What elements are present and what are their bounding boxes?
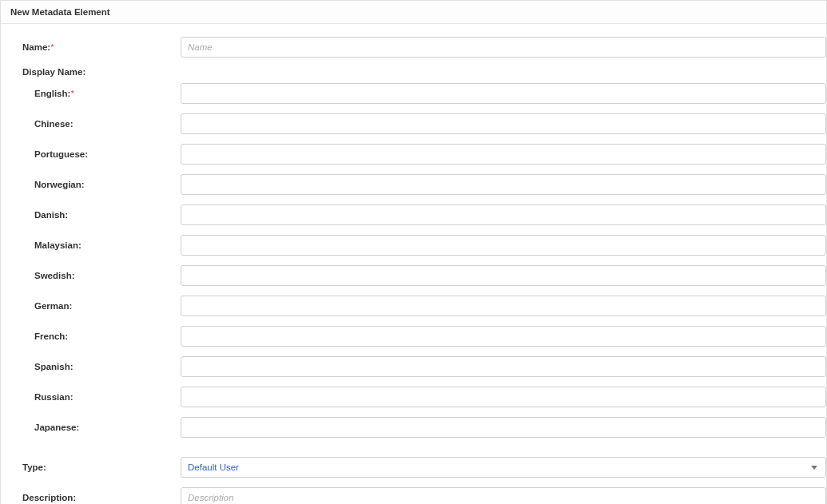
label-description: Description: (1, 493, 181, 502)
label-japanese: Japanese: (1, 423, 181, 432)
label-spanish: Spanish: (1, 362, 181, 371)
required-mark: * (50, 42, 54, 52)
label-german: German: (1, 301, 181, 311)
label-malaysian: Malaysian: (1, 240, 181, 250)
label-swedish: Swedish: (1, 271, 181, 280)
russian-input[interactable] (181, 387, 826, 407)
spanish-input[interactable] (181, 356, 826, 377)
row-russian: Russian: (1, 382, 826, 412)
row-chinese: Chinese: (1, 109, 826, 139)
row-malaysian: Malaysian: (1, 230, 826, 260)
row-danish: Danish: (1, 200, 826, 230)
row-french: French: (1, 321, 826, 351)
row-german: German: (1, 291, 826, 321)
label-norwegian: Norwegian: (1, 180, 181, 189)
label-danish: Danish: (1, 210, 181, 220)
label-portuguese: Portuguese: (1, 149, 181, 159)
label-chinese: Chinese: (1, 119, 181, 129)
metadata-form-panel: New Metadata Element Name:* Display Name… (0, 0, 827, 504)
norwegian-input[interactable] (181, 174, 826, 195)
danish-input[interactable] (181, 204, 826, 225)
type-selected-text: Default User (188, 462, 239, 472)
label-french: French: (1, 331, 181, 341)
label-english-text: English: (34, 89, 70, 98)
row-type: Type: Default User (1, 452, 826, 482)
chevron-down-icon (811, 466, 817, 470)
row-display-name-heading: Display Name: (1, 62, 826, 78)
label-name: Name:* (1, 42, 181, 52)
label-english: English:* (1, 89, 181, 98)
japanese-input[interactable] (181, 417, 826, 438)
row-portuguese: Portuguese: (1, 139, 826, 169)
panel-body: Name:* Display Name: English:* Chinese: … (1, 24, 826, 504)
label-type: Type: (1, 462, 181, 472)
row-swedish: Swedish: (1, 260, 826, 291)
description-input[interactable] (181, 487, 826, 504)
french-input[interactable] (181, 326, 826, 347)
german-input[interactable] (181, 296, 826, 316)
label-name-text: Name: (22, 42, 50, 52)
english-input[interactable] (181, 83, 826, 104)
chinese-input[interactable] (181, 113, 826, 134)
name-input[interactable] (181, 37, 826, 58)
row-norwegian: Norwegian: (1, 169, 826, 200)
row-description: Description: (1, 482, 826, 504)
row-english: English:* (1, 78, 826, 109)
row-japanese: Japanese: (1, 412, 826, 442)
required-mark-english: * (70, 89, 74, 98)
panel-title: New Metadata Element (1, 1, 826, 24)
type-select[interactable]: Default User (181, 457, 826, 478)
label-display-name: Display Name: (1, 67, 181, 77)
row-name: Name:* (1, 32, 826, 62)
portuguese-input[interactable] (181, 144, 826, 165)
malaysian-input[interactable] (181, 235, 826, 256)
row-spanish: Spanish: (1, 351, 826, 382)
label-russian: Russian: (1, 392, 181, 402)
swedish-input[interactable] (181, 265, 826, 286)
